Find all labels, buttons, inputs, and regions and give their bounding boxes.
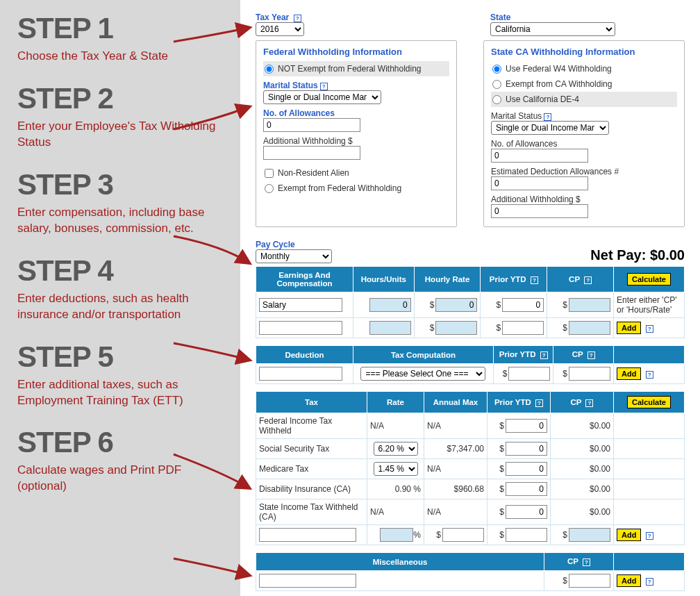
step-3-desc: Enter compensation, including base salar…	[17, 205, 230, 237]
earning-name-input[interactable]	[259, 298, 342, 312]
col-prior-ytd: Prior YTD ?	[481, 267, 547, 292]
hours-input[interactable]	[369, 321, 411, 335]
col-prior-ytd: Prior YTD ?	[487, 392, 550, 413]
prior-ytd-input[interactable]	[506, 482, 547, 496]
cp-input[interactable]	[569, 367, 610, 381]
help-icon[interactable]: ?	[646, 532, 653, 540]
earning-name-input[interactable]	[259, 321, 342, 335]
tax-name: Medicare Tax	[256, 459, 367, 479]
tax-year-select[interactable]: 2016	[256, 22, 304, 36]
misc-table: Miscellaneous CP ? $ Add ?	[256, 552, 685, 591]
state-est-deduction-input[interactable]	[491, 176, 588, 190]
help-icon[interactable]: ?	[588, 351, 595, 359]
federal-panel-title: Federal Withholding Information	[263, 47, 449, 57]
help-icon[interactable]: ?	[646, 325, 653, 333]
state-panel: State CA Withholding Information Use Fed…	[483, 40, 685, 227]
add-button[interactable]: Add	[617, 322, 641, 334]
prior-ytd-input[interactable]	[506, 528, 547, 542]
help-icon[interactable]: ?	[531, 276, 538, 284]
earnings-table: Earnings And Compensation Hours/Units Ho…	[256, 266, 685, 338]
help-icon[interactable]: ?	[544, 113, 551, 121]
help-icon[interactable]: ?	[584, 276, 592, 284]
help-icon[interactable]: ?	[320, 83, 328, 90]
marital-status-select[interactable]: Single or Dual Income Mar	[263, 90, 381, 104]
step-3: STEP 3 Enter compensation, including bas…	[17, 170, 230, 237]
step-6-title: STEP 6	[17, 428, 230, 457]
step-4-desc: Enter deductions, such as health insuran…	[17, 291, 230, 323]
state-panel-title: State CA Withholding Information	[491, 47, 677, 57]
step-1-desc: Choose the Tax Year & State	[17, 49, 230, 65]
calculate-button[interactable]: Calculate	[627, 396, 671, 408]
add-button[interactable]: Add	[617, 574, 641, 587]
prior-ytd-input[interactable]	[502, 298, 544, 312]
hint-text: Enter either 'CP' or 'Hours/Rate'	[614, 292, 685, 318]
state-addl-withholding-input[interactable]	[491, 204, 588, 218]
calculate-button[interactable]: Calculate	[627, 273, 671, 285]
help-icon[interactable]: ?	[294, 15, 301, 22]
help-icon[interactable]: ?	[585, 399, 593, 407]
prior-ytd-input[interactable]	[506, 462, 547, 476]
help-icon[interactable]: ?	[583, 558, 590, 566]
prior-ytd-input[interactable]	[508, 367, 550, 381]
tax-computation-select[interactable]: === Please Select One ===	[360, 367, 485, 381]
prior-ytd-input[interactable]	[506, 419, 547, 433]
federal-not-exempt-radio[interactable]: NOT Exempt from Federal Withholding	[263, 61, 449, 76]
col-tax-computation: Tax Computation	[353, 346, 494, 364]
tax-name-input[interactable]	[259, 528, 356, 542]
hourly-rate-input[interactable]	[435, 321, 477, 335]
tax-year-label: Tax Year	[256, 13, 289, 22]
state-addl-withholding-label: Additional Withholding $	[491, 194, 581, 204]
cp-value: $0.00	[550, 499, 613, 525]
help-icon[interactable]: ?	[646, 578, 653, 586]
col-earnings: Earnings And Compensation	[256, 267, 353, 292]
state-use-federal-radio[interactable]: Use Federal W4 Withholding	[491, 61, 677, 76]
help-icon[interactable]: ?	[540, 351, 548, 359]
step-2-title: STEP 2	[17, 84, 230, 113]
tax-rate-input[interactable]	[380, 528, 413, 542]
allowances-input[interactable]	[263, 118, 360, 132]
step-3-title: STEP 3	[17, 170, 230, 199]
state-est-deduction-label: Estimated Deduction Allowances #	[491, 167, 619, 176]
help-icon[interactable]: ?	[646, 371, 653, 379]
cp-input[interactable]	[569, 321, 610, 335]
tax-name: Federal Income Tax Withheld	[256, 413, 367, 439]
state-select[interactable]: California	[490, 22, 615, 36]
cp-input[interactable]	[569, 298, 610, 312]
prior-ytd-input[interactable]	[506, 505, 547, 519]
step-4: STEP 4 Enter deductions, such as health …	[17, 256, 230, 323]
add-button[interactable]: Add	[617, 529, 641, 541]
step-6-desc: Calculate wages and Print PDF (optional)	[17, 463, 230, 495]
state-allowances-input[interactable]	[491, 149, 588, 163]
cp-input[interactable]	[569, 574, 610, 588]
federal-exempt-radio[interactable]: Exempt from Federal Withholding	[263, 181, 449, 196]
step-5: STEP 5 Enter additional taxes, such as E…	[17, 342, 230, 409]
deduction-name-input[interactable]	[259, 367, 342, 381]
annual-max-input[interactable]	[442, 528, 484, 542]
net-pay-display: Net Pay: $0.00	[590, 247, 685, 263]
nra-checkbox[interactable]: Non-Resident Alien	[263, 165, 449, 181]
misc-name-input[interactable]	[259, 574, 356, 588]
pay-cycle-select[interactable]: Monthly	[256, 249, 332, 263]
col-misc: Miscellaneous	[256, 553, 544, 571]
hours-input[interactable]	[369, 298, 411, 312]
step-1-title: STEP 1	[17, 14, 230, 43]
tax-name: Social Security Tax	[256, 439, 367, 459]
state-marital-status-select[interactable]: Single or Dual Income Mar	[491, 121, 609, 135]
prior-ytd-input[interactable]	[506, 442, 547, 456]
state-allowances-label: No. of Allowances	[491, 139, 557, 149]
addl-withholding-input[interactable]	[263, 146, 360, 160]
prior-ytd-input[interactable]	[502, 321, 544, 335]
add-button[interactable]: Add	[617, 367, 641, 380]
tax-rate-select[interactable]: 6.20 %	[374, 442, 418, 456]
state-exempt-radio[interactable]: Exempt from CA Withholding	[491, 76, 677, 92]
state-de4-radio[interactable]: Use California DE-4	[491, 92, 677, 107]
tax-name: Disability Insurance (CA)	[256, 479, 367, 499]
step-5-desc: Enter additional taxes, such as Employme…	[17, 377, 230, 409]
step-1: STEP 1 Choose the Tax Year & State	[17, 14, 230, 65]
tax-rate-select[interactable]: 1.45 %	[374, 462, 418, 476]
cp-input[interactable]	[569, 528, 610, 542]
instruction-sidebar: STEP 1 Choose the Tax Year & State STEP …	[0, 0, 240, 596]
help-icon[interactable]: ?	[535, 399, 543, 407]
step-6: STEP 6 Calculate wages and Print PDF (op…	[17, 428, 230, 495]
hourly-rate-input[interactable]	[435, 298, 477, 312]
